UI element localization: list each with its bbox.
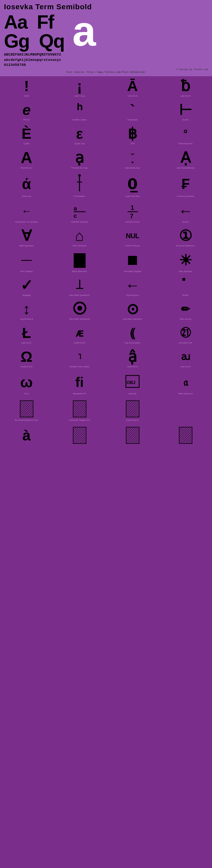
- cell-miscsymbols: ☀ Misc Symbols: [159, 250, 212, 276]
- cell-controlpictures: NUL Control Pictures: [106, 226, 159, 250]
- bottom2-symbol: [72, 426, 87, 444]
- geometricshapes-label: Geometric Shapes: [124, 270, 141, 274]
- latinextd-label: Latin Ext D: [127, 366, 137, 370]
- cell-phoneticextsup: ạ Phonetic Ext Sup: [53, 148, 106, 172]
- suparrowsc-symbol: [125, 400, 140, 418]
- cell-alphabeticpf: fi Alphabetic PF: [53, 371, 106, 398]
- cell-cyrillicexta: ᴁ Cyrillic Ext A: [53, 323, 106, 347]
- suparrowsb-label: Sup Arrows B: [20, 318, 33, 322]
- cell-numberforms: 1 7 Number Forms: [106, 200, 159, 226]
- cell-superandsub: 0̲ Super And Sub: [106, 172, 159, 200]
- thai-label: Thai: [130, 143, 135, 147]
- modletters-label: Modifier Letters: [72, 119, 87, 123]
- diacriticalsforsymbols-label: Diacriticals For Symbols: [15, 221, 38, 225]
- diacriticals-symbol: `: [130, 102, 135, 118]
- enclosedalphanamsup-symbol: [19, 400, 34, 418]
- suparrowsa-label: Sup Arrows A: [126, 294, 139, 298]
- phoneticextsup-label: Phonetic Ext Sup: [71, 167, 87, 171]
- cell-geometricshapesext: Geometric Shapes Ext: [53, 398, 106, 424]
- braille-label: Braille: [183, 294, 188, 298]
- latinexte-symbol: ꜷ: [181, 349, 190, 364]
- misctechnical-symbol: ⌂: [75, 228, 84, 244]
- alphabet-upper: ABCDEFGHIJKLMNOPQRSTUVWXYZ: [4, 52, 208, 57]
- superandsub-label: Super And Sub: [125, 195, 140, 199]
- copyright: © Design by fontke.com: [4, 68, 208, 71]
- cell-miscmathsymbolsb: ⦿ Misc Math Symbols B: [53, 299, 106, 323]
- cell-arrows: ← Arrows: [159, 200, 212, 226]
- cell-bottom3: [106, 424, 159, 451]
- font-source: Font Source: http://www.fontke.com/font/…: [4, 71, 208, 74]
- specials-symbol: OBJ: [125, 373, 140, 392]
- blockelements-symbol: [72, 252, 87, 269]
- cell-diacriticalssup: ˘̣ Diacriticals Sup: [106, 148, 159, 172]
- braille-symbol: ⠁: [180, 278, 191, 293]
- letterlike-label: Letterlike Symbols: [71, 221, 88, 225]
- latinextc-label: Latin Ext C: [21, 342, 31, 346]
- font-preview-page: Iosevka Term Semibold Aa Ff Gg Qq a ABCD…: [0, 0, 212, 451]
- cell-mathoperators: ∀ Math Operators: [0, 226, 53, 250]
- cell-latinextd: ậ Latin Ext D: [106, 347, 159, 371]
- svg-text:a: a: [74, 205, 77, 212]
- mathalphanum-label: Math Alphanum: [178, 393, 193, 397]
- cell-modletters: ʰ Modifier Letters: [53, 100, 106, 124]
- cell-punctuation: Punctuation: [53, 172, 106, 200]
- svg-text:1: 1: [131, 204, 134, 211]
- cell-cyrillicextb: Ω Cyrillic Ext B: [0, 347, 53, 371]
- svg-rect-11: [128, 256, 137, 265]
- cell-supmathoperators: ⊙ Sup Math Operators: [106, 299, 159, 323]
- font-title: Iosevka Term Semibold: [4, 3, 208, 11]
- preview-big-a: a: [72, 10, 96, 52]
- cell-diacriticals: ` Diacriticals: [106, 100, 159, 124]
- currencysymbols-label: Currency Symbols: [177, 195, 194, 199]
- miscarrows-symbol: ✏: [181, 302, 190, 317]
- miscmathsymbolsa-label: Misc Math Symbols A: [70, 294, 89, 298]
- miscmathsymbolsa-symbol: ⟘: [76, 278, 83, 293]
- preview-row1: Aa Ff: [4, 12, 64, 31]
- latinexte-label: Latin Ext E: [181, 366, 191, 370]
- diacriticalsforsymbols-symbol: ←: [21, 203, 32, 220]
- cyrillicexta-label: Cyrillic Ext A: [74, 342, 85, 346]
- suparrowsb-symbol: ↕: [23, 302, 30, 317]
- cell-thai: ฿ Thai: [106, 124, 159, 148]
- digits: 0123456789: [4, 62, 208, 68]
- geometricshapesext-symbol: [72, 400, 87, 418]
- latinexta-symbol: Ā: [127, 78, 138, 94]
- punctuation-symbol: [74, 174, 85, 194]
- cell-suparrowsb: ↕ Sup Arrows B: [0, 299, 53, 323]
- enclosedalphanamsup-label: Enclosed Alphanum Sup: [15, 419, 38, 423]
- cell-latinexte: ꜷ Latin Ext E: [159, 347, 212, 371]
- modifiertoneletters-label: Modifier Tone Letters: [70, 366, 89, 370]
- pua-label: PUA: [24, 393, 29, 397]
- latin1sup-label: Latin 1 Sup: [74, 95, 85, 99]
- svg-point-1: [78, 174, 81, 177]
- specials-label: Specials: [129, 393, 136, 397]
- miscarrows-label: Misc Arrows: [180, 318, 191, 322]
- modifiertoneletters-symbol: ˥: [78, 349, 81, 364]
- ascii-label: ASCII: [24, 95, 29, 99]
- supmathoperators-label: Sup Math Operators: [123, 318, 142, 322]
- phoneticext-label: Phonetic Ext: [21, 167, 33, 171]
- bottom3-symbol: [125, 426, 140, 444]
- cell-ipaext: e IPA Ext: [0, 100, 53, 124]
- svg-rect-10: [74, 253, 86, 268]
- cell-pua: ω PUA: [0, 371, 53, 398]
- boxdrawing-label: Box Drawing: [20, 270, 32, 274]
- latinextadd-label: Latin Ext Additional: [177, 167, 194, 171]
- cell-enclosedalphanamsup: Enclosed Alphanum Sup: [0, 398, 53, 424]
- cell-suppunctuation: ⸨ Sup Punctuation: [106, 323, 159, 347]
- cell-bottom1: à: [0, 424, 53, 451]
- cell-currencysymbols: ₣ Currency Symbols: [159, 172, 212, 200]
- mathalphanum-symbol: 𝔞: [183, 373, 188, 392]
- suparrowsc-label: Sup Arrows C: [126, 419, 139, 423]
- svg-rect-21: [73, 427, 86, 443]
- cell-mathalphanum: 𝔞 Math Alphanum: [159, 371, 212, 398]
- cell-latinextadd: Ạ Latin Ext Additional: [159, 148, 212, 172]
- enclosedalphanum-symbol: ①: [179, 228, 192, 244]
- cell-suparrowsc: Sup Arrows C: [106, 398, 159, 424]
- cell-enclosedalphanum: ① Enclosed Alphanum: [159, 226, 212, 250]
- cyrillic-symbol: È: [22, 126, 31, 141]
- cell-dingbats: ✓ Dingbats: [0, 276, 53, 299]
- numberforms-symbol: 1 7: [127, 203, 139, 220]
- cell-letterlike: a c Letterlike Symbols: [53, 200, 106, 226]
- ipaext-symbol: e: [22, 102, 30, 118]
